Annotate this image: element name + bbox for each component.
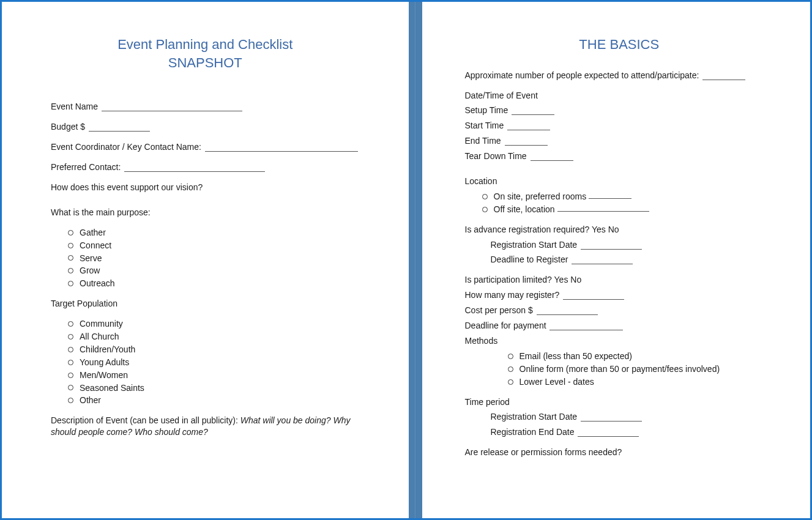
target-option[interactable]: Children/Youth	[68, 344, 360, 355]
release-heading: Are release or permission forms needed?	[465, 447, 774, 458]
field-event-name: Event Name	[51, 101, 360, 113]
target-option[interactable]: Other	[68, 395, 360, 406]
target-option-label: Other	[80, 395, 101, 406]
target-label: Target Population	[51, 299, 117, 308]
location-heading: Location	[465, 176, 774, 187]
purpose-options: GatherConnectServeGrowOutreach	[68, 227, 360, 289]
radio-icon	[68, 398, 73, 403]
purpose-option-label: Serve	[80, 253, 102, 264]
target-option-label: All Church	[80, 331, 119, 343]
radio-icon	[508, 379, 513, 385]
page-right-title: THE BASICS	[465, 35, 774, 54]
title-line-2: SNAPSHOT	[168, 55, 242, 70]
payment-deadline-blank[interactable]	[549, 330, 623, 330]
setup-label: Setup Time	[465, 105, 508, 115]
radio-icon	[68, 373, 73, 378]
page-left-title: Event Planning and Checklist SNAPSHOT	[51, 35, 360, 72]
purpose-option-label: Outreach	[80, 278, 115, 289]
teardown-label: Tear Down Time	[465, 151, 527, 161]
target-option[interactable]: Seasoned Saints	[68, 382, 360, 394]
payment-deadline-label: Deadline for payment	[465, 321, 546, 330]
reg-deadline-blank[interactable]	[572, 264, 633, 264]
purpose-option-label: Connect	[80, 240, 111, 251]
tp-reg-start-blank[interactable]	[581, 421, 642, 422]
event-name-blank[interactable]	[102, 111, 242, 111]
target-option-label: Community	[80, 318, 123, 330]
end-blank[interactable]	[505, 145, 548, 146]
radio-icon	[482, 194, 488, 199]
page-left: Event Planning and Checklist SNAPSHOT Ev…	[2, 2, 409, 518]
purpose-option[interactable]: Outreach	[68, 278, 360, 289]
field-how-many: How many may register?	[465, 289, 774, 301]
participation-limited-heading: Is participation limited? Yes No	[465, 274, 774, 286]
radio-icon	[68, 334, 73, 340]
cost-blank[interactable]	[537, 314, 598, 315]
document-spread: Event Planning and Checklist SNAPSHOT Ev…	[0, 0, 812, 520]
radio-icon	[68, 243, 73, 248]
purpose-option[interactable]: Gather	[68, 227, 360, 239]
radio-icon	[68, 347, 73, 352]
event-name-label: Event Name	[51, 102, 98, 111]
description-block: Description of Event (can be used in all…	[51, 415, 360, 438]
target-option[interactable]: Young Adults	[68, 357, 360, 368]
setup-blank[interactable]	[512, 114, 554, 115]
field-tp-reg-start: Registration Start Date	[465, 411, 774, 423]
target-option[interactable]: Community	[68, 318, 360, 330]
offsite-blank[interactable]	[557, 211, 649, 212]
radio-icon	[508, 366, 513, 372]
target-option-label: Seasoned Saints	[80, 382, 144, 394]
budget-blank[interactable]	[89, 131, 150, 132]
tp-reg-end-label: Registration End Date	[491, 427, 575, 437]
field-tp-reg-end: Registration End Date	[465, 426, 774, 438]
attendance-blank[interactable]	[702, 80, 745, 80]
onsite-label: On site, preferred rooms	[494, 191, 587, 202]
field-preferred-contact: Preferred Contact:	[51, 162, 360, 173]
target-option-label: Men/Women	[80, 370, 128, 381]
location-option-offsite[interactable]: Off site, location	[482, 204, 774, 215]
purpose-option[interactable]: Connect	[68, 240, 360, 251]
purpose-option[interactable]: Serve	[68, 253, 360, 264]
target-options: CommunityAll ChurchChildren/YouthYoung A…	[68, 318, 360, 406]
end-label: End Time	[465, 136, 501, 146]
title-line-1: Event Planning and Checklist	[117, 37, 292, 52]
onsite-blank[interactable]	[589, 198, 631, 199]
how-many-blank[interactable]	[563, 299, 624, 300]
preferred-contact-blank[interactable]	[124, 171, 265, 172]
teardown-blank[interactable]	[531, 160, 573, 161]
datetime-heading: Date/Time of Event	[465, 90, 774, 102]
budget-label: Budget $	[51, 122, 85, 132]
target-option[interactable]: Men/Women	[68, 370, 360, 381]
radio-icon	[508, 354, 513, 359]
reg-start-blank[interactable]	[581, 249, 642, 250]
radio-icon	[482, 207, 488, 212]
tp-reg-end-blank[interactable]	[578, 436, 639, 437]
field-reg-start: Registration Start Date	[465, 239, 774, 251]
location-option-onsite[interactable]: On site, preferred rooms	[482, 191, 774, 202]
radio-icon	[68, 268, 73, 273]
methods-option-label: Email (less than 50 expected)	[520, 351, 632, 362]
methods-option[interactable]: Lower Level - dates	[508, 376, 774, 388]
methods-option[interactable]: Online form (more than 50 or payment/fee…	[508, 363, 774, 375]
target-option[interactable]: All Church	[68, 331, 360, 343]
time-period-heading: Time period	[465, 396, 774, 408]
vision-label: How does this event support our vision?	[51, 182, 203, 192]
purpose-option-label: Gather	[80, 227, 106, 239]
offsite-label: Off site, location	[494, 204, 555, 215]
field-budget: Budget $	[51, 121, 360, 133]
purpose-option[interactable]: Grow	[68, 265, 360, 277]
how-many-label: How many may register?	[465, 290, 560, 300]
purpose-option-label: Grow	[80, 265, 100, 277]
coordinator-blank[interactable]	[205, 151, 358, 152]
field-attendance: Approximate number of people expected to…	[465, 70, 774, 81]
reg-start-label: Registration Start Date	[491, 240, 578, 250]
reg-deadline-label: Deadline to Register	[491, 254, 568, 264]
field-vision: How does this event support our vision?	[51, 182, 360, 193]
purpose-heading: What is the main purpose:	[51, 207, 360, 218]
preferred-contact-label: Preferred Contact:	[51, 162, 121, 172]
coordinator-label: Event Coordinator / Key Contact Name:	[51, 142, 201, 152]
start-blank[interactable]	[507, 130, 550, 130]
methods-option[interactable]: Email (less than 50 expected)	[508, 351, 774, 362]
advance-reg-heading: Is advance registration required? Yes No	[465, 224, 774, 236]
field-reg-deadline: Deadline to Register	[465, 254, 774, 266]
field-cost: Cost per person $	[465, 305, 774, 316]
